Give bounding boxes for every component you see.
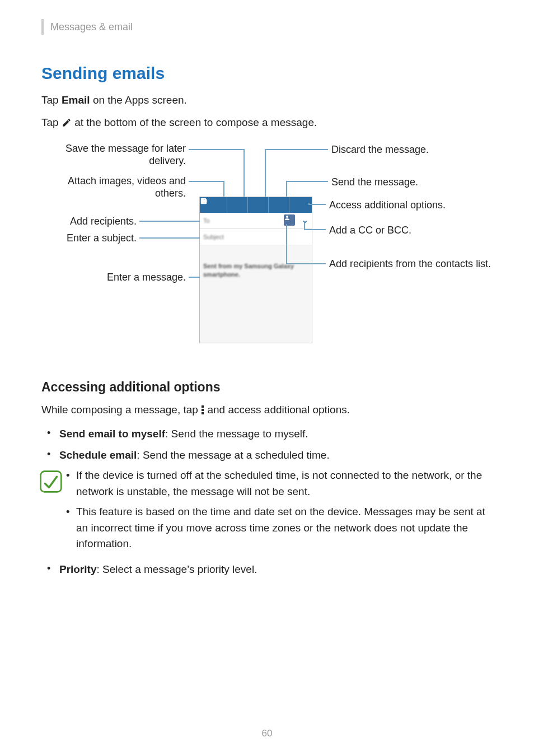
options-list-2: Priority: Select a message’s priority le… <box>41 561 493 577</box>
note-2: This feature is based on the time and da… <box>76 504 493 552</box>
callout-send: Send the message. <box>331 176 488 189</box>
sub-intro-after: and access additional options. <box>207 404 350 416</box>
callout-discard: Discard the message. <box>331 143 488 156</box>
callout-save: Save the message for later delivery. <box>41 142 186 167</box>
callout-contacts: Add recipients from the contacts list. <box>329 258 491 270</box>
sub-intro-before: While composing a message, tap <box>41 404 201 416</box>
callout-enter-subject: Enter a subject. <box>41 232 137 245</box>
running-header: Messages & email <box>41 17 493 35</box>
compose-icon <box>62 116 72 133</box>
intro-1-before: Tap <box>41 94 62 106</box>
callout-more: Access additional options. <box>329 199 486 212</box>
intro-2-before: Tap <box>41 116 62 128</box>
option-schedule: Schedule email: Send the message at a sc… <box>57 447 493 463</box>
callout-attach: Attach images, videos and others. <box>41 175 186 200</box>
opt-priority-rest: : Select a message’s priority level. <box>97 563 257 575</box>
svg-rect-12 <box>202 412 204 414</box>
intro-line-1: Tap Email on the Apps screen. <box>41 92 493 109</box>
section-name: Messages & email <box>50 21 133 33</box>
opt-priority-bold: Priority <box>59 563 97 575</box>
intro-2-after: at the bottom of the screen to compose a… <box>74 116 317 128</box>
header-rule <box>41 19 44 35</box>
app-name: Email <box>62 94 90 106</box>
note-block: If the device is turned off at the sched… <box>37 468 493 557</box>
opt-schedule-bold: Schedule email <box>59 449 137 461</box>
svg-rect-10 <box>202 405 204 408</box>
note-list: If the device is turned off at the sched… <box>65 468 493 557</box>
page: Messages & email Sending emails Tap Emai… <box>0 0 534 756</box>
opt-self-bold: Send email to myself <box>59 428 165 440</box>
callout-add-recipients: Add recipients. <box>41 215 137 228</box>
callout-enter-message: Enter a message. <box>41 271 186 284</box>
note-icon <box>37 468 65 557</box>
option-send-self: Send email to myself: Send the message t… <box>57 426 493 442</box>
compose-figure: To ⌄ Subject Sent from my Samsung Galaxy… <box>41 141 493 354</box>
note-1: If the device is turned off at the sched… <box>76 468 493 500</box>
sub-heading: Accessing additional options <box>41 380 493 395</box>
option-priority: Priority: Select a message’s priority le… <box>57 561 493 577</box>
page-title: Sending emails <box>41 64 493 83</box>
options-list: Send email to myself: Send the message t… <box>41 426 493 463</box>
overflow-icon <box>201 403 204 420</box>
opt-self-rest: : Send the message to myself. <box>165 428 308 440</box>
sub-intro: While composing a message, tap and acces… <box>41 402 493 420</box>
callout-ccbcc: Add a CC or BCC. <box>329 224 486 237</box>
intro-line-2: Tap at the bottom of the screen to compo… <box>41 114 493 133</box>
opt-schedule-rest: : Send the message at a scheduled time. <box>137 449 329 461</box>
svg-rect-11 <box>202 409 204 411</box>
page-number: 60 <box>0 728 534 739</box>
leader-lines <box>41 141 493 354</box>
intro-1-after: on the Apps screen. <box>90 94 187 106</box>
